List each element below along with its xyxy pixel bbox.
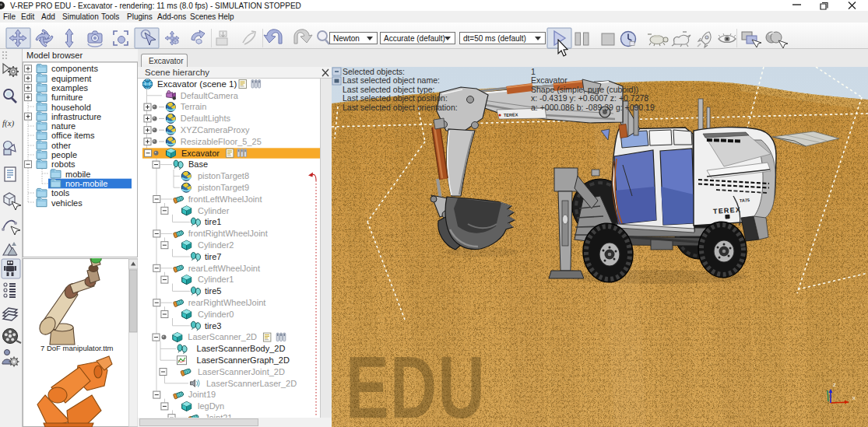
svg-text:Last selected object position:: Last selected object position: [343,93,448,103]
svg-text:tire1: tire1 [205,217,221,226]
svg-text:Shape (simple, pure (cuboid)): Shape (simple, pure (cuboid)) [531,85,638,94]
svg-text:7 DoF manipulator.ttm: 7 DoF manipulator.ttm [40,344,114,352]
svg-text:office items: office items [51,131,95,140]
svg-text:rearLeftWheelJoint: rearLeftWheelJoint [188,264,260,273]
svg-text:LaserScannerLaser_2D: LaserScannerLaser_2D [206,379,297,388]
svg-text:Excavator: Excavator [181,149,220,158]
svg-text:equipment: equipment [51,74,91,83]
svg-text:Cylinder1: Cylinder1 [198,275,234,284]
svg-text:Excavator (scene 1): Excavator (scene 1) [157,79,237,89]
svg-text:Last selected object type:: Last selected object type: [343,85,435,94]
svg-text:frontLeftWheelJoint: frontLeftWheelJoint [188,194,262,204]
svg-text:Selected objects:: Selected objects: [343,67,405,76]
svg-text:x: -0.4319 y: +0.6007 z: +0.: x: -0.4319 y: +0.6007 z: +0.7278 [531,93,648,103]
svg-text:furniture: furniture [51,93,83,102]
svg-text:legDyn: legDyn [198,401,224,411]
svg-text:LaserScanner_2D: LaserScanner_2D [188,332,257,341]
svg-text:rearRightWheelJoint: rearRightWheelJoint [188,298,266,307]
svg-text:LaserScannerBody_2D: LaserScannerBody_2D [197,344,286,353]
svg-text:DefaultCamera: DefaultCamera [181,91,239,100]
svg-text:pistonTarget9: pistonTarget9 [198,183,249,192]
svg-text:XYZCameraProxy: XYZCameraProxy [181,125,250,135]
svg-text:infrastructure: infrastructure [51,112,101,121]
svg-text:EDU: EDU [346,338,486,427]
svg-text:1: 1 [531,67,536,76]
svg-text:x: x [852,394,856,401]
svg-text:tools: tools [51,188,70,198]
svg-text:Terrain: Terrain [181,102,207,111]
svg-text:Cylinder0: Cylinder0 [198,310,234,319]
svg-text:examples: examples [51,83,89,93]
svg-text:TEREX: TEREX [504,112,518,117]
svg-text:DefaultLights: DefaultLights [181,114,231,123]
svg-text:Last selected object name:: Last selected object name: [343,75,440,85]
svg-text:robots: robots [51,159,76,169]
svg-text:ResizableFloor_5_25: ResizableFloor_5_25 [181,137,262,146]
svg-text:tire7: tire7 [205,252,221,261]
svg-text:components: components [51,64,98,73]
svg-text:Base: Base [188,159,208,169]
svg-text:Joint19: Joint19 [188,390,216,399]
svg-text:non-mobile: non-mobile [65,179,107,188]
svg-text:Cylinder2: Cylinder2 [198,240,234,250]
svg-text:frontRightWheelJoint: frontRightWheelJoint [188,229,268,238]
svg-text:z: z [833,381,836,388]
svg-text:LaserScannerGraph_2D: LaserScannerGraph_2D [197,355,290,365]
svg-text:Excavator: Excavator [531,75,568,85]
svg-text:people: people [51,150,77,159]
svg-text:vehicles: vehicles [51,198,83,208]
svg-text:household: household [51,103,91,112]
svg-text:tire3: tire3 [205,321,221,331]
svg-text:a: +000.086 b: -089.39 g: +0: a: +000.086 b: -089.39 g: +090.19 [531,103,655,112]
svg-text:tire5: tire5 [205,286,221,296]
svg-text:nature: nature [51,121,76,131]
svg-text:Last selected object orientati: Last selected object orientation: [343,103,458,112]
svg-text:Cylinder: Cylinder [198,206,230,215]
svg-text:mobile: mobile [65,170,90,179]
svg-text:TA75: TA75 [740,198,750,203]
svg-text:pistonTarget8: pistonTarget8 [198,171,249,180]
svg-text:other: other [51,141,71,150]
svg-text:LaserScannerJoint_2D: LaserScannerJoint_2D [198,367,285,376]
svg-text:f(x): f(x) [2,118,15,128]
